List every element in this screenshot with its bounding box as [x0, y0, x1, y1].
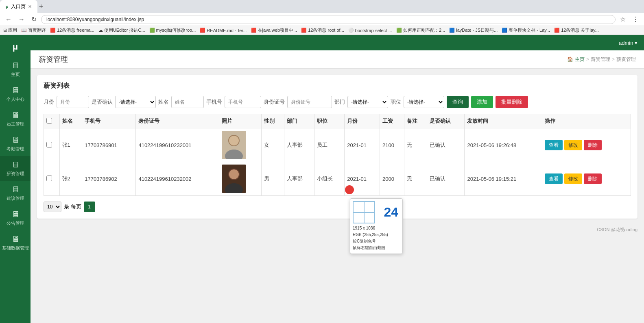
color-meta-area: 1915 x 1036 RGB:(255,255,255) 按C复制色号 鼠标右… [353, 225, 400, 251]
bookmark-5[interactable]: 🟥 README.md · Ter... [200, 27, 247, 33]
row2-view-btn[interactable]: 查看 [545, 173, 563, 184]
breadcrumb-home-link[interactable]: 主页 [575, 56, 585, 63]
bookmark-2[interactable]: 🟥 12条消息 freema... [50, 27, 94, 33]
row1-view-btn[interactable]: 查看 [545, 140, 563, 150]
dept-filter-label: 部门 [334, 98, 345, 106]
id-input[interactable] [287, 96, 332, 108]
row2-month: 2021-01 [345, 162, 380, 196]
color-picker-num2: 4 [391, 205, 398, 220]
page-1-btn[interactable]: 1 [84, 202, 95, 212]
row2-gender: 男 [262, 162, 284, 196]
sidebar-item-home[interactable]: 🖥 主页 [0, 57, 31, 82]
sidebar-label-basic: 基础数据管理 [2, 245, 29, 251]
batch-delete-btn[interactable]: 批量删除 [496, 96, 528, 108]
col-remark: 备注 [404, 114, 427, 128]
url-bar[interactable] [41, 15, 616, 24]
id-filter-label: 身份证号 [264, 98, 285, 106]
bookmark-1[interactable]: 📖 百度翻译 [21, 27, 46, 33]
color-action1: 按C复制色号 [353, 238, 400, 245]
app-layout: μ 🖥 主页 🖥 个人中心 🖥 员工管理 🖥 考勤管理 🖥 薪资管理 🖥 建议管… [0, 35, 644, 323]
sidebar-item-basic[interactable]: 🖥 基础数据管理 [0, 230, 31, 255]
row2-ops: 查看 修改 删除 [542, 162, 631, 196]
sidebar-item-personal[interactable]: 🖥 个人中心 [0, 82, 31, 106]
new-tab-btn[interactable]: + [39, 2, 44, 11]
row1-position: 员工 [314, 128, 345, 162]
row2-salary: 2000 [380, 162, 404, 196]
select-all-checkbox[interactable] [46, 118, 52, 124]
sidebar-item-attendance[interactable]: 🖥 考勤管理 [0, 131, 31, 156]
confirm-select[interactable]: -请选择- 已确认 未确认 [115, 96, 156, 108]
bookmark-8[interactable]: ⚪ bootstrap-select-... [348, 27, 392, 33]
bookmark-apps[interactable]: ⊞ 应用 [3, 27, 17, 33]
row1-remark: 无 [404, 128, 427, 162]
month-input[interactable] [57, 96, 89, 108]
color-action2: 鼠标右键自由截图 [353, 245, 400, 251]
row2-checkbox-cell [44, 162, 60, 196]
table-row: 张2 17703786902 410224199610232002 [44, 162, 631, 196]
col-idcard: 身份证号 [136, 114, 219, 128]
sidebar-item-employee[interactable]: 🖥 员工管理 [0, 106, 31, 131]
bookmark-star-btn[interactable]: ☆ [618, 15, 628, 24]
dept-select[interactable]: -请选择- 人事部 技术部 财务部 [347, 96, 388, 108]
sidebar-label-suggestion: 建议管理 [7, 195, 24, 202]
row1-month: 2021-01 [345, 128, 380, 162]
sidebar-item-suggestion[interactable]: 🖥 建议管理 [0, 181, 31, 206]
right-area: admin ▾ 薪资管理 🏠 主页 > 薪资管理 > 薪资管理 薪资列表 [31, 35, 644, 323]
bookmark-4[interactable]: 🟩 mysql如何修改roo... [149, 27, 196, 33]
back-btn[interactable]: ← [3, 15, 14, 24]
color-picker-grid: 2 4 [353, 201, 400, 223]
attendance-icon: 🖥 [11, 135, 20, 145]
phone-input[interactable] [225, 96, 261, 108]
row2-release-time: 2021-05-06 19:15:21 [465, 162, 542, 196]
search-btn[interactable]: 查询 [447, 96, 469, 108]
bookmark-6[interactable]: 🟥 在java web项目中... [251, 27, 297, 33]
page-title: 薪资管理 [39, 54, 68, 64]
breadcrumb: 🏠 主页 > 薪资管理 > 薪资管理 [567, 56, 636, 63]
bookmark-10[interactable]: 🟦 layDate - JS日期与... [449, 27, 498, 33]
row2-delete-btn[interactable]: 删除 [584, 173, 602, 184]
breadcrumb-salary: 薪资管理 [591, 56, 610, 63]
refresh-btn[interactable]: ↻ [29, 15, 39, 24]
position-select[interactable]: -请选择- 员工 小组长 经理 [404, 96, 444, 108]
active-tab[interactable]: μ 入口页 ✕ [0, 0, 37, 13]
sidebar-item-announcement[interactable]: 🖥 公告管理 [0, 206, 31, 230]
sidebar-label-salary: 薪资管理 [7, 171, 24, 177]
row1-edit-btn[interactable]: 修改 [564, 140, 582, 150]
tab-close-btn[interactable]: ✕ [28, 4, 32, 9]
page-header: 薪资管理 🏠 主页 > 薪资管理 > 薪资管理 [31, 50, 644, 69]
col-dept: 部门 [284, 114, 314, 128]
bookmark-9[interactable]: 🟩 如何用正则匹配：2... [396, 27, 445, 33]
grid-cell-4 [364, 212, 375, 223]
tab-favicon: μ [6, 4, 9, 9]
row1-delete-btn[interactable]: 删除 [584, 140, 602, 150]
row2-checkbox[interactable] [46, 176, 52, 181]
bookmark-12[interactable]: 🟥 12条消息 关于lay... [554, 27, 599, 33]
main-content: 薪资管理 🏠 主页 > 薪资管理 > 薪资管理 薪资列表 月份 是否确认 [31, 50, 644, 323]
col-gender: 性别 [262, 114, 284, 128]
row1-checkbox[interactable] [46, 142, 52, 147]
table-header-row: 姓名 手机号 身份证号 照片 性别 部门 职位 月份 工资 备注 是否确认 [44, 114, 631, 128]
personal-icon: 🖥 [11, 86, 20, 95]
name-input[interactable] [171, 96, 204, 108]
bookmark-11[interactable]: 🟦 表单模块文档 - Lay... [502, 27, 550, 33]
col-month: 月份 [345, 114, 380, 128]
sidebar-item-salary[interactable]: 🖥 薪资管理 [0, 156, 31, 181]
col-ops: 操作 [542, 114, 631, 128]
admin-dropdown[interactable]: admin ▾ [619, 40, 637, 46]
row2-edit-btn[interactable]: 修改 [564, 173, 582, 184]
col-position: 职位 [314, 114, 345, 128]
add-btn[interactable]: 添加 [471, 96, 493, 108]
bookmark-7[interactable]: 🟥 12条消息 root of... [301, 27, 344, 33]
col-release-time: 发放时间 [465, 114, 542, 128]
page-size-select[interactable]: 10 20 50 [44, 202, 61, 212]
forward-btn[interactable]: → [16, 15, 27, 24]
sidebar-logo[interactable]: μ [13, 38, 18, 55]
table-wrap: 姓名 手机号 身份证号 照片 性别 部门 职位 月份 工资 备注 是否确认 [44, 114, 631, 196]
filter-bar: 月份 是否确认 -请选择- 已确认 未确认 姓名 手机号 身份证号 部门 [44, 96, 631, 108]
breadcrumb-sep1: > [586, 56, 589, 62]
sidebar: μ 🖥 主页 🖥 个人中心 🖥 员工管理 🖥 考勤管理 🖥 薪资管理 🖥 建议管… [0, 35, 31, 323]
settings-btn[interactable]: ⋮ [630, 15, 641, 24]
row1-dept: 人事部 [284, 128, 314, 162]
bookmark-3[interactable]: ☁ 使用UEditor 报错C... [98, 27, 145, 33]
footer-label: CSDN @花视coding [597, 227, 637, 232]
